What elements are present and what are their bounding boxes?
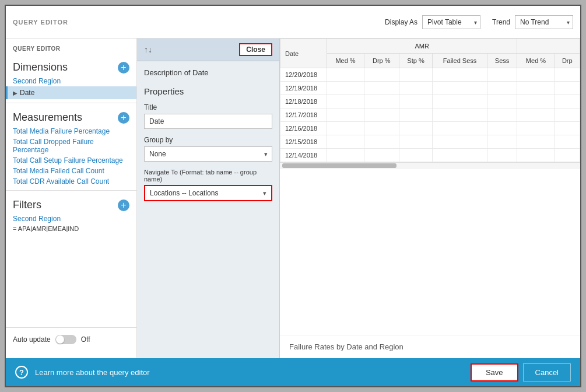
horizontal-scrollbar[interactable] <box>280 162 580 169</box>
date-cell: 12/14/2018 <box>280 149 327 162</box>
toggle-knob <box>56 335 64 344</box>
cell <box>487 95 517 108</box>
caret-icon: ▶ <box>13 90 17 96</box>
bottom-actions: Save Cancel <box>471 363 571 382</box>
table-row: 12/16/2018 <box>280 122 580 135</box>
cell <box>555 149 580 162</box>
measurements-section-title: Measurements + <box>6 109 136 126</box>
cell <box>433 82 487 95</box>
cell <box>433 135 487 149</box>
navigate-to-select-wrapper: Locations -- Locations <box>144 185 272 201</box>
cell <box>399 149 433 162</box>
date-cell: 12/16/2018 <box>280 122 327 135</box>
cell <box>487 149 517 162</box>
sidebar-item-total-media-failed-call[interactable]: Total Media Failed Call Count <box>6 166 136 176</box>
chart-title: Failure Rates by Date and Region <box>280 335 580 358</box>
trend-select-wrapper: No Trend <box>515 15 573 29</box>
navigate-to-select[interactable]: Locations -- Locations <box>145 186 271 200</box>
cell <box>433 122 487 135</box>
add-filter-button[interactable]: + <box>118 200 129 211</box>
trend-label: Trend <box>492 18 510 26</box>
extra-header <box>517 39 580 54</box>
cell <box>517 82 555 95</box>
cell <box>327 82 364 95</box>
cell <box>399 95 433 108</box>
group-by-form-group: Group by None <box>144 136 272 162</box>
group-by-select-wrapper: None <box>144 146 272 162</box>
sidebar-item-date-selected[interactable]: ▶ Date <box>6 86 136 99</box>
cell <box>327 108 364 122</box>
properties-title: Properties <box>144 86 272 96</box>
close-button[interactable]: Close <box>239 43 272 56</box>
date-cell: 12/19/2018 <box>280 82 327 95</box>
cell <box>327 135 364 149</box>
title-input[interactable] <box>144 114 272 129</box>
cell <box>555 135 580 149</box>
auto-update-bar: Auto update Off <box>6 327 136 351</box>
display-as-select[interactable]: Pivot Table <box>422 15 480 29</box>
sub-header-stp: Stp % <box>399 54 433 68</box>
cell <box>433 95 487 108</box>
top-bar: QUERY EDITOR Display As Pivot Table Tren… <box>6 6 580 38</box>
middle-toolbar: ↑↓ Close <box>137 38 279 61</box>
cell <box>517 68 555 82</box>
right-panel: Date AMR Med % Drp % Stp % Failed Sess S… <box>280 38 580 358</box>
sidebar-item-total-media-failure[interactable]: Total Media Failure Percentage <box>6 126 136 136</box>
cell <box>487 122 517 135</box>
cell <box>487 68 517 82</box>
date-cell: 12/15/2018 <box>280 135 327 149</box>
save-button[interactable]: Save <box>471 363 518 382</box>
middle-panel: ↑↓ Close Description of Date Properties … <box>137 38 280 358</box>
sub-header-med2: Med % <box>517 54 555 68</box>
cell <box>327 68 364 82</box>
date-cell: 12/18/2018 <box>280 95 327 108</box>
auto-update-toggle[interactable] <box>55 335 76 344</box>
cell <box>517 95 555 108</box>
group-by-select[interactable]: None <box>144 146 272 162</box>
help-icon[interactable]: ? <box>15 366 28 379</box>
filters-section-title: Filters + <box>6 197 136 214</box>
filter-value-region: = APA|AMR|EMEA|IND <box>6 224 136 233</box>
divider-1 <box>6 103 136 103</box>
cell <box>327 95 364 108</box>
description-label: Description of Date <box>144 68 272 77</box>
cell <box>327 122 364 135</box>
sort-arrows-icon[interactable]: ↑↓ <box>144 45 152 54</box>
cell <box>555 108 580 122</box>
cell <box>364 135 399 149</box>
add-dimension-button[interactable]: + <box>118 62 129 74</box>
sidebar-item-total-call-dropped[interactable]: Total Call Dropped Failure Percentage <box>6 136 136 155</box>
cell <box>364 95 399 108</box>
sub-header-drp: Drp % <box>364 54 399 68</box>
cell <box>364 68 399 82</box>
table-row: 12/17/2018 <box>280 108 580 122</box>
cell <box>399 135 433 149</box>
table-row: 12/15/2018 <box>280 135 580 149</box>
cell <box>517 135 555 149</box>
scrollbar-thumb <box>282 163 396 168</box>
sidebar-item-total-call-setup[interactable]: Total Call Setup Failure Percentage <box>6 155 136 166</box>
cell <box>487 82 517 95</box>
cell <box>517 149 555 162</box>
table-row: 12/18/2018 <box>280 95 580 108</box>
sidebar-item-total-cdr[interactable]: Total CDR Available Call Count <box>6 176 136 187</box>
display-as-section: Display As Pivot Table Trend No Trend <box>385 15 573 29</box>
sidebar-item-second-region[interactable]: Second Region <box>6 76 136 86</box>
sidebar-filter-second-region[interactable]: Second Region <box>6 214 136 224</box>
cell <box>487 135 517 149</box>
add-measurement-button[interactable]: + <box>118 112 129 124</box>
cell <box>433 149 487 162</box>
cancel-button[interactable]: Cancel <box>523 363 571 382</box>
table-container[interactable]: Date AMR Med % Drp % Stp % Failed Sess S… <box>280 38 580 335</box>
help-text: Learn more about the query editor <box>35 368 150 377</box>
date-cell: 12/20/2018 <box>280 68 327 82</box>
date-cell: 12/17/2018 <box>280 108 327 122</box>
app-title: QUERY EDITOR <box>13 19 68 26</box>
cell <box>433 108 487 122</box>
cell <box>433 68 487 82</box>
trend-select[interactable]: No Trend <box>515 15 573 29</box>
cell <box>327 149 364 162</box>
navigate-to-label: Navigate To (Format: tab name -- group n… <box>144 169 272 183</box>
cell <box>555 82 580 95</box>
cell <box>487 108 517 122</box>
